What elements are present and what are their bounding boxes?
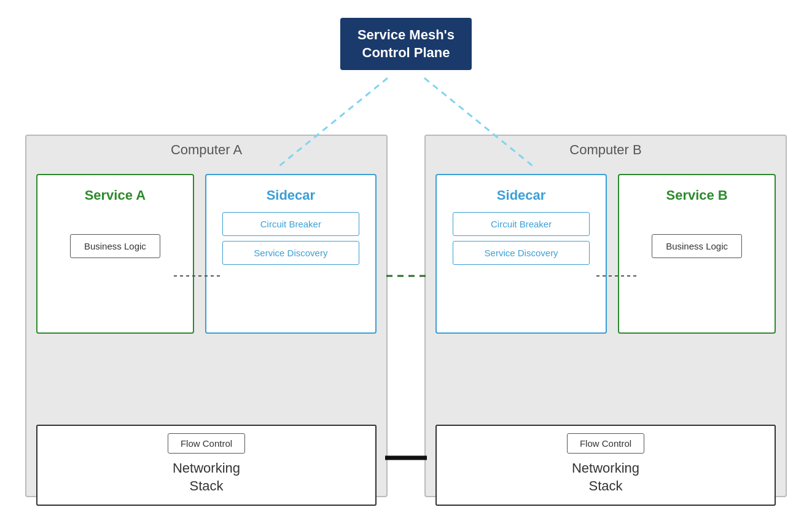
- computer-a-label: Computer A: [171, 142, 242, 158]
- service-a-logic: Business Logic: [70, 234, 160, 258]
- sidecar-a-title: Sidecar: [267, 187, 316, 203]
- sidecar-a-box: Sidecar Circuit Breaker Service Discover…: [205, 174, 377, 334]
- control-plane-subtitle: Control Plane: [362, 45, 450, 60]
- networking-a-label: Networking Stack: [173, 460, 240, 495]
- service-a-box: Service A Business Logic: [36, 174, 194, 334]
- computer-a-panel: Computer A Service A Business Logic Side…: [25, 135, 388, 497]
- diagram-container: Service Mesh's Control Plane Computer A …: [13, 12, 799, 503]
- control-plane-title: Service Mesh's: [357, 27, 455, 42]
- networking-b-flow-control: Flow Control: [567, 433, 644, 454]
- sidecar-b-service-discovery: Service Discovery: [453, 241, 590, 265]
- sidecar-b-box: Sidecar Circuit Breaker Service Discover…: [435, 174, 607, 334]
- sidecar-b-circuit-breaker: Circuit Breaker: [453, 212, 590, 236]
- computer-b-panel: Computer B Sidecar Circuit Breaker Servi…: [424, 135, 787, 497]
- networking-b-container: Flow Control Networking Stack: [435, 425, 776, 486]
- sidecar-a-circuit-breaker: Circuit Breaker: [222, 212, 359, 236]
- computer-b-label: Computer B: [569, 142, 641, 158]
- networking-a-box: Flow Control Networking Stack: [36, 425, 377, 506]
- service-b-title: Service B: [666, 187, 727, 203]
- service-b-box: Service B Business Logic: [618, 174, 776, 334]
- networking-b-label: Networking Stack: [572, 460, 639, 495]
- service-b-logic: Business Logic: [652, 234, 742, 258]
- networking-a-flow-control: Flow Control: [168, 433, 245, 454]
- networking-b-box: Flow Control Networking Stack: [435, 425, 776, 506]
- service-a-title: Service A: [85, 187, 146, 203]
- sidecar-b-title: Sidecar: [497, 187, 546, 203]
- sidecar-a-service-discovery: Service Discovery: [222, 241, 359, 265]
- networking-a-container: Flow Control Networking Stack: [36, 425, 377, 486]
- control-plane-box: Service Mesh's Control Plane: [340, 18, 472, 70]
